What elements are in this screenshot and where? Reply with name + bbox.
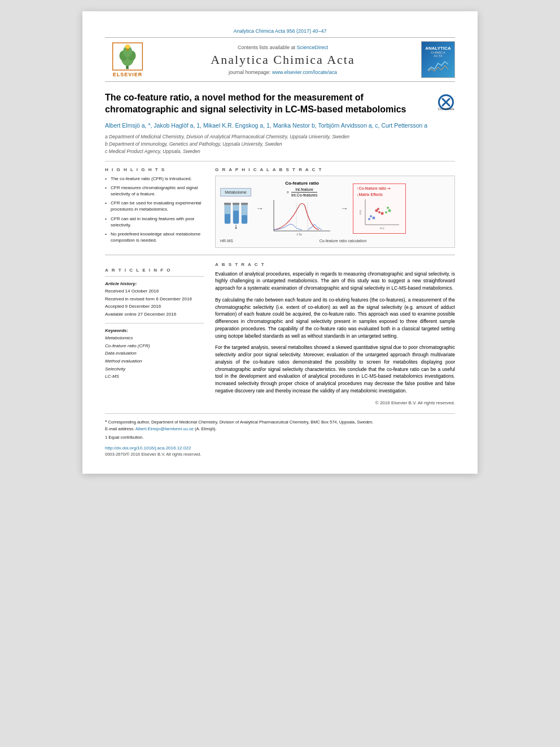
ga-flow-arrow: → xyxy=(256,204,264,213)
ga-denominator: Int.Co-features xyxy=(291,193,317,197)
affiliation-a: a Department of Medicinal Chemistry, Div… xyxy=(105,133,455,141)
graphical-abstract-column: G R A P H I C A L A B S T R A C T Metabo… xyxy=(215,167,455,248)
svg-rect-19 xyxy=(241,203,248,205)
email-label: E-mail address: xyxy=(105,426,134,431)
graphical-abstract-box: Metabolome xyxy=(215,176,455,248)
keyword-2: Co-feature ratio (CFR) xyxy=(105,342,204,350)
elsevier-logo: ELSEVIER xyxy=(105,42,150,77)
ga-left: Metabolome xyxy=(220,188,251,229)
ga-formula: = Int.feature Int.Co-features xyxy=(287,187,317,197)
svg-rect-15 xyxy=(233,211,239,224)
equals-sign: = xyxy=(287,190,289,194)
article-info-heading: A R T I C L E I N F O xyxy=(105,268,204,273)
received-revised-date: Received in revised form 6 December 2016 xyxy=(105,295,204,303)
email-suffix: (A. Elmsjö). xyxy=(195,426,217,431)
ga-inner: Metabolome xyxy=(220,181,450,237)
sciencedirect-line: Contents lists available at ScienceDirec… xyxy=(150,45,415,50)
issn-line: 0003-2670/© 2016 Elsevier B.V. All right… xyxy=(105,452,455,457)
keywords-list: Metabolomics Co-feature ratio (CFR) Data… xyxy=(105,334,204,381)
separator-1 xyxy=(105,161,455,161)
svg-point-32 xyxy=(378,211,380,213)
svg-point-38 xyxy=(387,207,389,209)
page: Analytica Chimica Acta 956 (2017) 40–47 … xyxy=(82,11,478,474)
svg-text:± 5s: ± 5s xyxy=(296,233,302,236)
chromatogram-icon: ± 5s xyxy=(268,197,336,237)
journal-citation: Analytica Chimica Acta 956 (2017) 40–47 xyxy=(233,28,326,34)
abstract-column: A B S T R A C T Evaluation of analytical… xyxy=(215,262,455,405)
scatter-plot-icon: PC1 PC2 xyxy=(357,196,402,230)
elsevier-brand-text: ELSEVIER xyxy=(113,72,143,77)
svg-point-36 xyxy=(373,216,375,219)
keywords-section: Keywords: Metabolomics Co-feature ratio … xyxy=(105,327,204,381)
svg-point-33 xyxy=(377,208,379,210)
copyright-line: © 2016 Elsevier B.V. All rights reserved… xyxy=(215,400,455,405)
svg-point-34 xyxy=(381,212,384,215)
keyword-6: LC-MS xyxy=(105,373,204,381)
keywords-heading: Keywords: xyxy=(105,327,204,335)
journal-cover-text: ANALYTICA CHIMICA ACTA xyxy=(424,45,452,75)
equal-contribution-note: 1 Equal contribution. xyxy=(105,434,455,440)
corresponding-text: Corresponding author, Department of Medi… xyxy=(108,420,374,425)
hrms-label: HR-MS xyxy=(220,239,233,243)
svg-point-39 xyxy=(388,209,391,212)
journal-center: Contents lists available at ScienceDirec… xyxy=(150,45,415,75)
separator-2 xyxy=(105,255,455,255)
svg-text:CrossMark: CrossMark xyxy=(438,107,454,111)
highlight-item-3: CFR can be used for evaluating experimen… xyxy=(105,200,204,212)
ga-result-line1: ↑Co-feature ratio ⇒ xyxy=(357,186,402,191)
highlight-item-5: No predefined knowledge about metabolome… xyxy=(105,231,204,243)
abstract-paragraph-1: Evaluation of analytical procedures, esp… xyxy=(215,270,455,292)
svg-rect-16 xyxy=(242,215,247,224)
keyword-5: Selectivity xyxy=(105,365,204,373)
email-link[interactable]: Albert.Elmsjo@farmkemi.uu.se xyxy=(135,426,194,431)
ga-fraction: Int.feature Int.Co-features xyxy=(291,187,317,197)
ga-cfratio-label: Co-feature ratio xyxy=(285,181,319,186)
journal-thumbnail: ANALYTICA CHIMICA ACTA xyxy=(415,41,455,78)
svg-text:PC2: PC2 xyxy=(359,209,362,215)
svg-text:PC1: PC1 xyxy=(380,227,385,230)
received-date: Received 14 October 2016 xyxy=(105,287,204,295)
affiliation-c: c Medical Product Agency, Uppsala, Swede… xyxy=(105,148,455,155)
keyword-4: Method evaluation xyxy=(105,357,204,365)
accepted-date: Accepted 9 December 2016 xyxy=(105,303,204,311)
history-heading: Article history: xyxy=(105,280,204,288)
svg-point-35 xyxy=(370,215,372,217)
highlight-item-1: The co-feature ratio (CFR) is introduced… xyxy=(105,176,204,182)
doi-link[interactable]: http://dx.doi.org/10.1016/j.aca.2016.12.… xyxy=(105,445,455,451)
affiliations: a Department of Medicinal Chemistry, Div… xyxy=(105,133,455,155)
ga-result-box: ↑Co-feature ratio ⇒ ↓Matrix Effects PC1 … xyxy=(353,184,406,234)
ga-result-line2: ↓Matrix Effects xyxy=(357,193,402,196)
article-history: Article history: Received 14 October 201… xyxy=(105,280,204,318)
ga-numerator: Int.feature xyxy=(291,187,317,193)
homepage-label: journal homepage: xyxy=(229,69,271,75)
highlights-and-graphical-abstract: H I G H L I G H T S The co-feature ratio… xyxy=(105,167,455,248)
available-date: Available online 27 December 2016 xyxy=(105,311,204,318)
highlight-item-4: CFR can aid in locating features with po… xyxy=(105,216,204,228)
keyword-3: Data evaluation xyxy=(105,350,204,357)
abstract-text: Evaluation of analytical procedures, esp… xyxy=(215,270,455,395)
ga-bottom-labels: HR-MS Co-feature ratio calculation xyxy=(220,239,450,243)
article-info-and-abstract: A R T I C L E I N F O Article history: R… xyxy=(105,262,455,405)
svg-rect-18 xyxy=(233,203,239,205)
sciencedirect-link[interactable]: ScienceDirect xyxy=(297,45,329,50)
highlights-column: H I G H L I G H T S The co-feature ratio… xyxy=(105,167,204,248)
authors-line: Albert Elmsjö a, *, Jakob Haglöf a, 1, M… xyxy=(105,121,455,130)
journal-header: ELSEVIER Contents lists available at Sci… xyxy=(105,37,455,82)
metabolome-label: Metabolome xyxy=(220,188,251,196)
abstract-paragraph-2: By calculating the ratio between each fe… xyxy=(215,296,455,340)
keyword-1: Metabolomics xyxy=(105,334,204,342)
abstract-paragraph-3: For the targeted analysis, several metab… xyxy=(215,344,455,394)
affiliation-b: b Department of Immunology, Genetics and… xyxy=(105,141,455,148)
svg-point-6 xyxy=(125,44,130,48)
svg-marker-21 xyxy=(235,228,237,229)
ga-center: Co-feature ratio = Int.feature Int.Co-fe… xyxy=(268,181,336,237)
svg-point-40 xyxy=(385,211,387,213)
svg-point-37 xyxy=(368,218,370,220)
journal-homepage: journal homepage: www.elsevier.com/locat… xyxy=(150,69,415,75)
sciencedirect-prefix: Contents lists available at xyxy=(238,45,295,50)
ga-arrow-2: → xyxy=(340,204,348,213)
highlights-heading: H I G H L I G H T S xyxy=(105,167,204,172)
graphical-abstract-heading: G R A P H I C A L A B S T R A C T xyxy=(215,167,455,172)
homepage-link[interactable]: www.elsevier.com/locate/aca xyxy=(272,69,337,75)
journal-top-bar: Analytica Chimica Acta 956 (2017) 40–47 xyxy=(105,28,455,34)
